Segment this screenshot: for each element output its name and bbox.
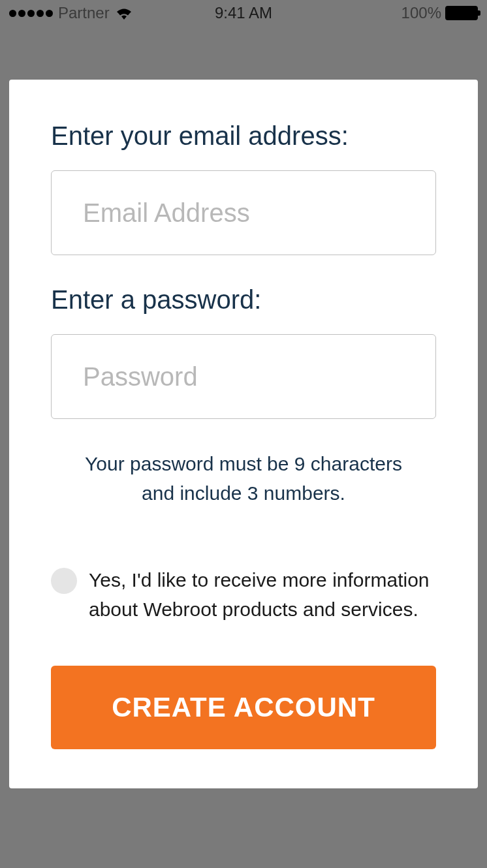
opt-in-label: Yes, I'd like to receive more informatio… <box>89 565 436 624</box>
battery-icon <box>445 6 478 20</box>
password-hint: Your password must be 9 characters and i… <box>51 449 436 508</box>
opt-in-checkbox[interactable] <box>51 568 77 594</box>
status-time: 9:41 AM <box>215 4 272 22</box>
create-account-button[interactable]: CREATE ACCOUNT <box>51 666 436 749</box>
email-input[interactable] <box>51 170 436 255</box>
password-input[interactable] <box>51 334 436 419</box>
email-field-group: Enter your email address: <box>51 121 436 255</box>
opt-in-row[interactable]: Yes, I'd like to receive more informatio… <box>51 565 436 624</box>
password-field-group: Enter a password: <box>51 285 436 419</box>
status-left: Partner <box>9 4 133 22</box>
create-account-modal: Enter your email address: Enter a passwo… <box>9 80 478 788</box>
password-hint-line1: Your password must be 9 characters <box>51 449 436 478</box>
email-label: Enter your email address: <box>51 121 436 151</box>
wifi-icon <box>115 7 133 20</box>
battery-percentage: 100% <box>401 4 441 22</box>
status-bar: Partner 9:41 AM 100% <box>0 0 487 26</box>
carrier-label: Partner <box>58 4 110 22</box>
password-label: Enter a password: <box>51 285 436 315</box>
password-hint-line2: and include 3 numbers. <box>51 478 436 508</box>
signal-strength-icon <box>9 10 53 17</box>
status-right: 100% <box>401 4 478 22</box>
